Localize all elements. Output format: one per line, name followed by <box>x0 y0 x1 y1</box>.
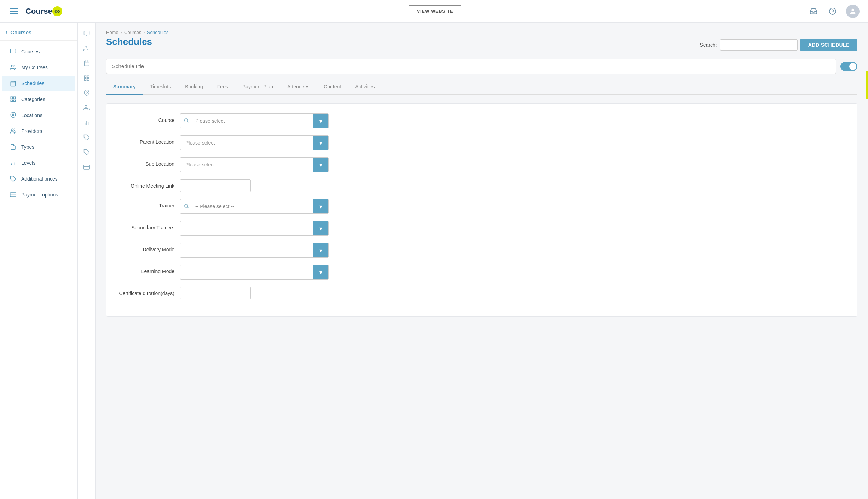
dropdown-course[interactable]: Please select ▾ <box>180 113 329 128</box>
icon-sidebar-item-9[interactable] <box>80 160 93 174</box>
course-value: Please select <box>192 115 313 127</box>
help-icon[interactable] <box>827 6 838 17</box>
learning-mode-dropdown-btn[interactable]: ▾ <box>313 265 328 279</box>
icon-sidebar-item-3[interactable] <box>80 71 93 85</box>
sidebar-label-additional-prices: Additional prices <box>21 176 58 182</box>
label-online-meeting-link: Online Meeting Link <box>118 179 174 190</box>
icon-sidebar-item-7[interactable] <box>80 131 93 144</box>
summary-form: Course Please select ▾ Parent Location <box>106 103 857 317</box>
add-schedule-button[interactable]: ADD SCHEDULE <box>800 39 857 51</box>
secondary-trainers-value <box>180 225 313 231</box>
label-course: Course <box>118 113 174 124</box>
svg-point-36 <box>85 105 87 107</box>
control-learning-mode: ▾ <box>180 265 329 280</box>
icon-sidebar-item-5[interactable] <box>80 101 93 115</box>
inbox-icon[interactable] <box>808 6 819 17</box>
learning-mode-value <box>180 269 313 275</box>
trainer-dropdown-btn[interactable]: ▾ <box>313 199 328 213</box>
svg-point-26 <box>85 46 87 48</box>
sidebar-item-courses[interactable]: Courses <box>2 44 75 59</box>
svg-rect-3 <box>11 49 16 53</box>
tab-activities[interactable]: Activities <box>348 80 382 95</box>
control-trainer: -- Please select -- ▾ <box>180 199 329 214</box>
tabs-bar: Summary Timeslots Booking Fees Payment P… <box>106 80 857 95</box>
delivery-mode-value <box>180 247 313 253</box>
svg-rect-21 <box>10 193 16 197</box>
sidebar-item-types[interactable]: Types <box>2 139 75 155</box>
dropdown-parent-location[interactable]: Please select ▾ <box>180 135 329 150</box>
sidebar-back-button[interactable]: ‹ Courses <box>0 23 77 41</box>
icon-sidebar-item-6[interactable] <box>80 116 93 129</box>
tab-content[interactable]: Content <box>317 80 348 95</box>
form-row-online-meeting-link: Online Meeting Link <box>118 179 846 192</box>
tab-payment-plan[interactable]: Payment Plan <box>235 80 280 95</box>
label-delivery-mode: Delivery Mode <box>118 243 174 253</box>
schedules-icon <box>9 80 17 87</box>
dropdown-sub-location[interactable]: Please select ▾ <box>180 157 329 172</box>
svg-point-15 <box>12 114 14 116</box>
certificate-duration-input[interactable] <box>180 287 251 299</box>
schedule-title-bar <box>106 59 857 74</box>
sub-location-dropdown-btn[interactable]: ▾ <box>313 158 328 172</box>
course-dropdown-btn[interactable]: ▾ <box>313 114 328 128</box>
search-input[interactable] <box>720 39 798 51</box>
secondary-trainers-dropdown-btn[interactable]: ▾ <box>313 221 328 235</box>
tab-fees[interactable]: Fees <box>210 80 235 95</box>
dropdown-learning-mode[interactable]: ▾ <box>180 265 329 280</box>
sidebar-item-schedules[interactable]: Schedules <box>2 76 75 91</box>
control-delivery-mode: ▾ <box>180 243 329 258</box>
parent-location-dropdown-btn[interactable]: ▾ <box>313 136 328 150</box>
form-row-course: Course Please select ▾ <box>118 113 846 128</box>
sidebar-item-additional-prices[interactable]: Additional prices <box>2 171 75 187</box>
logo-badge: co <box>52 6 62 16</box>
tab-timeslots[interactable]: Timeslots <box>143 80 178 95</box>
schedule-title-input[interactable] <box>106 59 836 74</box>
tab-attendees[interactable]: Attendees <box>280 80 317 95</box>
dropdown-secondary-trainers[interactable]: ▾ <box>180 221 329 236</box>
online-meeting-link-input[interactable] <box>180 179 251 192</box>
sidebar-item-payment-options[interactable]: Payment options <box>2 187 75 202</box>
svg-rect-23 <box>84 31 89 35</box>
app-body: ‹ Courses Courses My Courses Schedules <box>0 23 868 499</box>
search-group: Search: ADD SCHEDULE <box>700 39 857 51</box>
search-label: Search: <box>700 42 717 48</box>
svg-point-45 <box>185 204 188 207</box>
dropdown-trainer[interactable]: -- Please select -- ▾ <box>180 199 329 214</box>
icon-sidebar-item-8[interactable] <box>80 146 93 159</box>
view-website-button[interactable]: VIEW WEBSITE <box>409 5 461 17</box>
svg-line-44 <box>187 121 189 122</box>
label-parent-location: Parent Location <box>118 135 174 146</box>
sidebar-item-my-courses[interactable]: My Courses <box>2 60 75 75</box>
sidebar-item-categories[interactable]: Categories <box>2 92 75 107</box>
courses-icon <box>9 48 17 55</box>
sidebar: ‹ Courses Courses My Courses Schedules <box>0 23 78 499</box>
breadcrumb-home[interactable]: Home <box>106 30 118 35</box>
svg-rect-14 <box>11 100 12 102</box>
delivery-mode-dropdown-btn[interactable]: ▾ <box>313 243 328 257</box>
locations-icon <box>9 111 17 119</box>
sidebar-item-providers[interactable]: Providers <box>2 123 75 139</box>
icon-sidebar-item-0[interactable] <box>80 27 93 40</box>
icon-sidebar-item-4[interactable] <box>80 86 93 100</box>
icon-sidebar-item-1[interactable] <box>80 42 93 55</box>
tab-summary[interactable]: Summary <box>106 80 143 95</box>
breadcrumb-courses[interactable]: Courses <box>124 30 141 35</box>
svg-line-46 <box>187 207 189 208</box>
svg-rect-41 <box>83 165 89 169</box>
user-avatar[interactable] <box>846 5 860 18</box>
page-header: Schedules Search: ADD SCHEDULE <box>106 36 857 53</box>
dropdown-delivery-mode[interactable]: ▾ <box>180 243 329 258</box>
hamburger-menu[interactable] <box>8 7 19 16</box>
svg-point-2 <box>851 8 854 11</box>
sidebar-label-schedules: Schedules <box>21 81 44 86</box>
icon-sidebar-item-2[interactable] <box>80 57 93 70</box>
sidebar-label-types: Types <box>21 144 34 150</box>
sidebar-label-providers: Providers <box>21 128 42 134</box>
schedule-toggle[interactable] <box>840 62 857 71</box>
sidebar-item-locations[interactable]: Locations <box>2 107 75 123</box>
tab-booking[interactable]: Booking <box>178 80 210 95</box>
parent-location-value: Please select <box>180 137 313 149</box>
form-row-certificate-duration: Certificate duration(days) <box>118 287 846 299</box>
sidebar-item-levels[interactable]: Levels <box>2 155 75 171</box>
sidebar-label-levels: Levels <box>21 160 35 166</box>
